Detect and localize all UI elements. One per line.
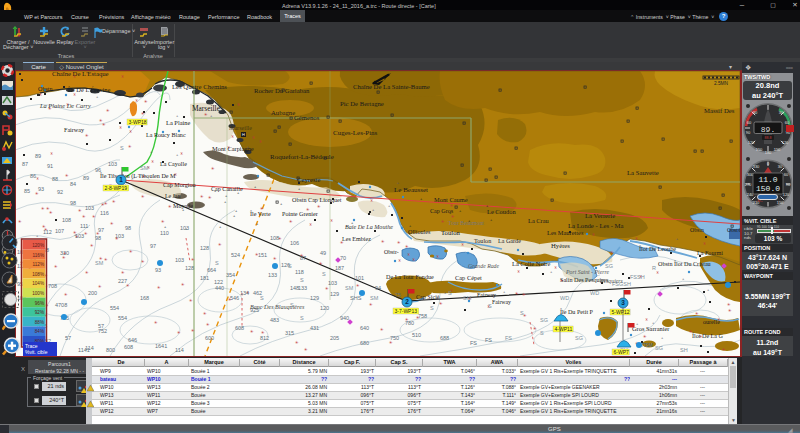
svg-text:WD: WD bbox=[590, 290, 599, 296]
svg-text:98: 98 bbox=[125, 225, 131, 231]
svg-text:Obstr-: Obstr- bbox=[384, 249, 399, 255]
svg-text:SH: SH bbox=[680, 347, 688, 353]
svg-text:98: 98 bbox=[70, 200, 76, 206]
svg-text:✳: ✳ bbox=[115, 236, 119, 241]
svg-text:✳: ✳ bbox=[645, 317, 649, 322]
svg-text:Cap Sicié: Cap Sicié bbox=[416, 294, 440, 300]
svg-text:Tour Beaumont: Tour Beaumont bbox=[448, 220, 485, 226]
svg-text:FSSH: FSSH bbox=[630, 274, 645, 280]
svg-text:✳: ✳ bbox=[200, 194, 204, 199]
svg-text:Grande Rade: Grande Rade bbox=[468, 263, 499, 269]
svg-text:FS: FS bbox=[505, 335, 512, 341]
svg-text:✳: ✳ bbox=[356, 283, 360, 288]
svg-text:✳: ✳ bbox=[250, 329, 254, 334]
svg-text:SHS: SHS bbox=[350, 295, 362, 301]
svg-text:✳: ✳ bbox=[397, 240, 401, 245]
svg-text:116%: 116% bbox=[33, 253, 44, 258]
svg-text:Île De L'Érevine: Île De L'Érevine bbox=[68, 86, 110, 93]
svg-text:✳: ✳ bbox=[129, 249, 133, 254]
svg-text:11.0: 11.0 bbox=[758, 175, 777, 184]
svg-text:SM: SM bbox=[345, 285, 354, 291]
svg-text:103: 103 bbox=[85, 205, 94, 211]
svg-text:708: 708 bbox=[48, 283, 57, 289]
svg-text:Banc Des Blauquières: Banc Des Blauquières bbox=[250, 304, 305, 310]
svg-text:89: 89 bbox=[83, 175, 89, 181]
svg-text:758: 758 bbox=[418, 313, 427, 319]
svg-text:97: 97 bbox=[150, 243, 156, 249]
svg-text:✳: ✳ bbox=[65, 173, 69, 178]
svg-text:Cuges-Les-Pins: Cuges-Les-Pins bbox=[333, 129, 378, 137]
svg-text:Fairway: Fairway bbox=[64, 127, 85, 133]
svg-text:La Garde: La Garde bbox=[498, 238, 521, 244]
svg-text:S: S bbox=[288, 263, 292, 269]
svg-text:Roquefort-La-Bédoule: Roquefort-La-Bédoule bbox=[270, 153, 334, 161]
svg-text:✳: ✳ bbox=[208, 195, 212, 200]
svg-text:✳: ✳ bbox=[330, 218, 334, 223]
svg-text:88.8: 88.8 bbox=[765, 136, 772, 140]
svg-text:30: 30 bbox=[753, 110, 758, 115]
svg-text:608: 608 bbox=[124, 344, 133, 350]
svg-text:752: 752 bbox=[98, 328, 107, 334]
svg-text:Fairway: Fairway bbox=[477, 292, 496, 298]
svg-text:1: 1 bbox=[119, 176, 123, 183]
svg-text:Obstn Îlot Du Cristau: Obstn Îlot Du Cristau bbox=[658, 260, 711, 267]
svg-text:Cap Cépet: Cap Cépet bbox=[455, 274, 482, 281]
svg-text:640: 640 bbox=[360, 325, 369, 331]
svg-text:La Verrerie: La Verrerie bbox=[585, 212, 615, 219]
svg-text:✳: ✳ bbox=[656, 270, 660, 275]
svg-text:✳: ✳ bbox=[78, 208, 82, 213]
svg-text:940: 940 bbox=[340, 315, 349, 321]
svg-text:Ollioules: Ollioules bbox=[408, 229, 431, 235]
svg-text:Aubagne: Aubagne bbox=[271, 109, 295, 116]
svg-text:98: 98 bbox=[95, 235, 101, 241]
svg-text:103: 103 bbox=[75, 233, 84, 239]
svg-text:100%: 100% bbox=[32, 291, 44, 296]
svg-text:57: 57 bbox=[65, 335, 71, 341]
svg-text:2-8-WP19: 2-8-WP19 bbox=[105, 185, 128, 191]
svg-text:✳: ✳ bbox=[141, 111, 145, 116]
svg-text:2: 2 bbox=[405, 298, 409, 305]
svg-text:187: 187 bbox=[335, 265, 344, 271]
svg-text:✳: ✳ bbox=[104, 201, 108, 206]
svg-text:120: 120 bbox=[783, 192, 790, 197]
svg-text:✳: ✳ bbox=[50, 151, 54, 156]
svg-text:✳: ✳ bbox=[106, 108, 110, 113]
svg-text:110: 110 bbox=[160, 230, 169, 236]
svg-text:✳: ✳ bbox=[41, 206, 45, 211]
svg-text:89.: 89. bbox=[761, 125, 775, 134]
svg-text:112%: 112% bbox=[33, 262, 44, 267]
svg-text:Cap Canaille: Cap Canaille bbox=[211, 186, 243, 192]
svg-text:✳: ✳ bbox=[304, 347, 308, 352]
svg-text:✳: ✳ bbox=[180, 151, 184, 156]
svg-text:Le Coudon: Le Coudon bbox=[487, 208, 516, 215]
svg-text:✳: ✳ bbox=[177, 330, 181, 335]
svg-text:✳: ✳ bbox=[317, 204, 321, 209]
svg-text:✳: ✳ bbox=[703, 241, 707, 246]
svg-text:122: 122 bbox=[214, 279, 223, 285]
svg-text:94: 94 bbox=[375, 285, 381, 291]
svg-text:✳: ✳ bbox=[289, 219, 293, 224]
svg-text:87: 87 bbox=[300, 255, 306, 261]
svg-text:118: 118 bbox=[295, 269, 304, 275]
svg-text:30: 30 bbox=[778, 164, 783, 169]
svg-text:103: 103 bbox=[175, 257, 184, 263]
svg-text:+: + bbox=[503, 289, 506, 294]
svg-text:✳: ✳ bbox=[85, 133, 89, 138]
svg-text:Obstn: Obstn bbox=[690, 227, 704, 233]
svg-text:FS: FS bbox=[485, 337, 492, 343]
svg-text:✳: ✳ bbox=[515, 291, 519, 296]
svg-text:✳: ✳ bbox=[181, 282, 185, 287]
svg-text:✳: ✳ bbox=[191, 328, 195, 333]
svg-text:150: 150 bbox=[756, 147, 763, 152]
svg-text:✳: ✳ bbox=[554, 265, 558, 270]
svg-text:227: 227 bbox=[118, 278, 127, 284]
svg-text:La Fourmi: La Fourmi bbox=[697, 250, 723, 256]
svg-text:5-WP12: 5-WP12 bbox=[612, 309, 630, 315]
svg-text:107: 107 bbox=[55, 228, 64, 234]
svg-text:92%: 92% bbox=[35, 310, 44, 315]
svg-text:✳: ✳ bbox=[110, 221, 114, 226]
svg-text:✳: ✳ bbox=[439, 301, 443, 306]
svg-text:+: + bbox=[280, 201, 283, 206]
svg-text:✳: ✳ bbox=[252, 135, 256, 140]
svg-text:Obstn Cap Lionquet: Obstn Cap Lionquet bbox=[292, 197, 342, 203]
